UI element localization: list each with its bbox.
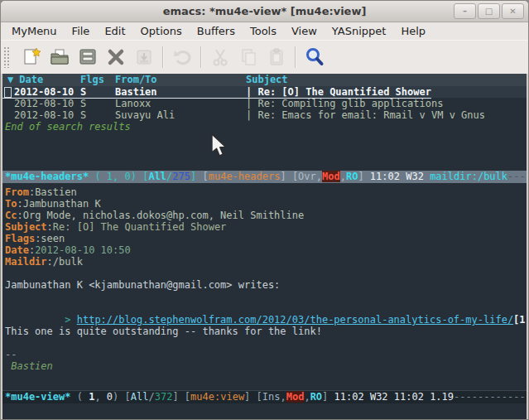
header-maildir-value: /bulk xyxy=(53,256,83,268)
paste-icon xyxy=(266,46,287,68)
row-flags: S xyxy=(80,86,115,98)
header-from-value: Bastien xyxy=(35,186,77,198)
save-as-icon xyxy=(133,46,155,68)
filter-indicator: All xyxy=(148,171,166,182)
cursor-position: ( 1, 0) xyxy=(89,171,142,182)
header-to-value: Jambunathan K xyxy=(23,198,101,210)
message-count: 275 xyxy=(172,171,190,182)
message-row[interactable]: 2012-08-10 S Suvayu Ali | Re: Emacs for … xyxy=(2,109,527,121)
menu-buffers[interactable]: Buffers xyxy=(190,23,243,39)
close-button[interactable]: ✕ xyxy=(502,3,524,19)
menu-yasnippet[interactable]: YASnippet xyxy=(325,23,394,39)
message-row[interactable]: 2012-08-10 S Lanoxx | Re: Compiling glib… xyxy=(2,98,527,109)
scissors-icon xyxy=(209,46,231,68)
time-load: 11:02 W32 11:02 1.19 xyxy=(328,391,454,403)
new-file-button[interactable] xyxy=(17,44,46,70)
message-count: 372 xyxy=(155,391,173,403)
open-file-button[interactable] xyxy=(46,44,74,70)
delete-x-icon xyxy=(105,46,127,68)
body-intro-line: Jambunathan K <kjambunathan@gmail.com> w… xyxy=(5,279,280,291)
modeline-segment: ] xyxy=(358,171,363,182)
column-subject[interactable]: Subject xyxy=(246,74,288,86)
row-flags: S xyxy=(80,109,115,121)
save-icon xyxy=(77,46,99,68)
modeline-segment: , xyxy=(94,391,106,403)
search-button[interactable] xyxy=(301,44,329,70)
header-subject-value: Re: [O] The Quantified Shower xyxy=(53,221,227,233)
header-cc-label: Cc xyxy=(5,210,17,221)
menu-options[interactable]: Options xyxy=(133,23,190,39)
modeline-segment: [ xyxy=(125,391,131,403)
search-icon xyxy=(304,46,325,68)
copy-icon xyxy=(238,46,259,68)
header-flags-value: seen xyxy=(41,233,65,244)
frame-body: ▼Date Flgs From/To Subject 2012-08-10 S … xyxy=(1,74,528,420)
emacs-hollow-cursor xyxy=(4,87,12,98)
modeline-segment: ) xyxy=(113,391,124,403)
major-mode: mu4e:view xyxy=(190,391,244,403)
toolbar-separator xyxy=(162,46,164,68)
toolbar-separator xyxy=(295,46,296,68)
header-flags-label: Flags xyxy=(5,233,35,244)
menu-view[interactable]: View xyxy=(284,23,325,39)
column-flags[interactable]: Flgs xyxy=(80,74,115,86)
column-from[interactable]: From/To xyxy=(115,74,246,86)
open-folder-icon xyxy=(49,46,70,68)
modeline-segment: , xyxy=(340,171,346,182)
toolbar-separator xyxy=(200,46,202,68)
maximize-icon: □ xyxy=(485,7,493,16)
header-date-label: Date xyxy=(5,244,29,256)
cut-button xyxy=(206,44,234,70)
toolbar-drag-handle[interactable] xyxy=(3,46,9,68)
emacs-content: ▼Date Flgs From/To Subject 2012-08-10 S … xyxy=(2,74,527,419)
row-date: 2012-08-10 xyxy=(14,86,80,98)
filter-indicator: All xyxy=(131,391,149,403)
row-subject: | Re: [O] The Quantified Shower xyxy=(246,86,431,98)
row-date: 2012-08-10 xyxy=(14,98,80,109)
buffer-name: *mu4e-view* xyxy=(5,391,70,403)
modeline-segment: [ xyxy=(196,171,208,182)
close-buffer-button[interactable] xyxy=(102,44,130,70)
maildir: maildir:/bulk xyxy=(430,171,507,182)
body-comment-line: This one is quite outstanding -- thanks … xyxy=(5,326,322,337)
titlebar[interactable]: emacs: *mu4e-view* [mu4e:view] – □ ✕ xyxy=(1,1,528,22)
buffer-name: *mu4e-headers* xyxy=(5,171,89,182)
row-subject: | Re: Compiling glib applications xyxy=(246,98,443,109)
modeline-segment: ] xyxy=(172,391,178,403)
modeline-mu4e-headers[interactable]: *mu4e-headers* ( 1, 0) [All/275] [mu4e-h… xyxy=(2,171,527,183)
menu-tools[interactable]: Tools xyxy=(243,23,284,39)
modified-flag: Mod xyxy=(286,391,305,403)
insert-flag: Ins xyxy=(262,391,281,403)
copy-button xyxy=(234,44,262,70)
end-of-search-results: End of search results xyxy=(2,121,527,133)
row-subject: | Re: Emacs for email: Rmail v VM v Gnus xyxy=(246,109,485,121)
undo-icon xyxy=(171,46,193,68)
modeline-segment: -------------------- xyxy=(454,391,527,403)
modeline-mu4e-view[interactable]: *mu4e-view* ( 1, 0) [All/372] [mu4e:view… xyxy=(2,390,527,403)
menu-mymenu[interactable]: MyMenu xyxy=(4,23,65,39)
modeline-segment: ------------ xyxy=(507,171,527,182)
menu-file[interactable]: File xyxy=(65,23,98,39)
mu4e-view-pane: From:Bastien To:Jambunathan K Cc:Org Mod… xyxy=(2,183,527,390)
header-subject-label: Subject xyxy=(5,221,47,233)
menu-edit[interactable]: Edit xyxy=(97,23,132,39)
emacs-window: emacs: *mu4e-view* [mu4e:view] – □ ✕ MyM… xyxy=(0,0,529,420)
cursor-column: 0 xyxy=(107,391,113,403)
echo-area[interactable] xyxy=(2,403,527,419)
save-as-button xyxy=(130,44,158,70)
maximize-button[interactable]: □ xyxy=(478,3,500,19)
menu-help[interactable]: Help xyxy=(393,23,433,39)
readonly-flag: RO xyxy=(346,171,358,182)
signature-name: Bastien xyxy=(5,360,53,372)
modeline-segment: ] xyxy=(280,171,286,182)
minimize-icon: – xyxy=(463,7,467,16)
minimize-button[interactable]: – xyxy=(454,3,476,19)
body-url-link[interactable]: http://blog.stephenwolfram.com/2012/03/t… xyxy=(77,314,513,326)
undo-button xyxy=(168,44,196,70)
message-row-selected[interactable]: 2012-08-10 S Bastien | Re: [O] The Quant… xyxy=(2,86,527,98)
row-from: Lanoxx xyxy=(115,98,246,109)
row-date: 2012-08-10 xyxy=(14,109,80,121)
window-title: emacs: *mu4e-view* [mu4e:view] xyxy=(1,5,528,17)
save-buffer-button[interactable] xyxy=(74,44,102,70)
column-date[interactable]: ▼Date xyxy=(7,74,80,86)
